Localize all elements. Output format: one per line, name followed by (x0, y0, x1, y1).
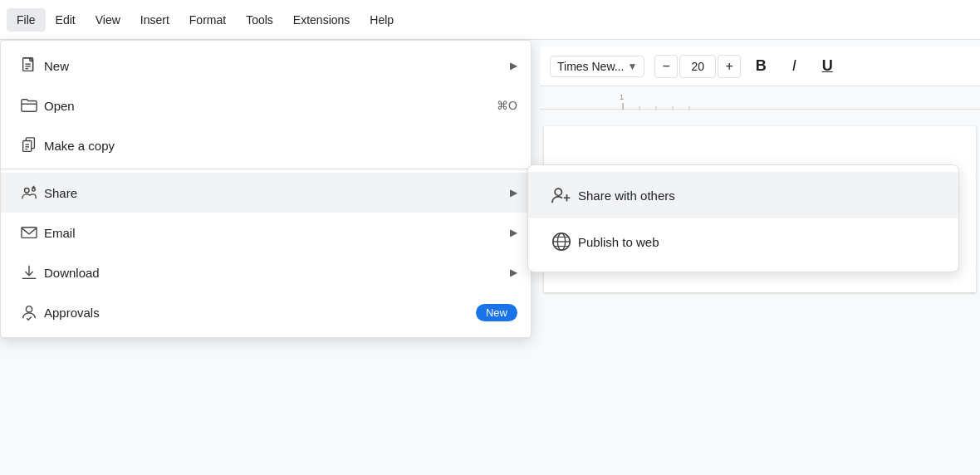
menu-view[interactable]: View (86, 8, 130, 32)
svg-point-26 (555, 189, 561, 195)
toolbar: Times New... ▼ − + B I U (540, 47, 980, 86)
menu-item-make-copy[interactable]: Make a copy (1, 125, 531, 165)
open-label: Open (44, 99, 497, 113)
make-copy-label: Make a copy (44, 139, 517, 153)
share-with-others-label: Share with others (578, 189, 675, 203)
menu-bar: File Edit View Insert Format Tools Exten… (0, 0, 980, 40)
download-icon (14, 263, 44, 282)
menu-format[interactable]: Format (179, 8, 236, 32)
font-size-decrease-button[interactable]: − (654, 55, 678, 78)
menu-item-approvals[interactable]: Approvals New (1, 292, 531, 332)
separator-1 (1, 169, 531, 169)
menu-help[interactable]: Help (360, 8, 404, 32)
share-submenu: Share with others Publish to web (527, 164, 959, 272)
download-arrow-icon: ▶ (510, 267, 517, 278)
svg-rect-22 (22, 228, 37, 238)
italic-button[interactable]: I (781, 53, 807, 80)
new-label: New (44, 59, 503, 73)
menu-item-download[interactable]: Download ▶ (1, 252, 531, 292)
svg-rect-14 (23, 141, 32, 152)
menu-edit[interactable]: Edit (46, 8, 86, 32)
menu-item-email[interactable]: Email ▶ (1, 213, 531, 252)
new-document-icon (14, 56, 44, 75)
menu-file[interactable]: File (7, 8, 46, 32)
font-name-label: Times New... (557, 60, 624, 73)
svg-point-18 (25, 189, 30, 193)
submenu-item-publish-to-web[interactable]: Publish to web (528, 218, 958, 265)
file-dropdown-menu: New ▶ Open ⌘O Make a copy (0, 40, 532, 338)
menu-extensions[interactable]: Extensions (283, 8, 360, 32)
share-arrow-icon: ▶ (510, 187, 517, 198)
share-icon (14, 184, 44, 202)
chevron-down-icon: ▼ (627, 61, 637, 72)
email-arrow-icon: ▶ (510, 227, 517, 238)
svg-point-19 (32, 189, 36, 192)
new-arrow-icon: ▶ (510, 60, 517, 71)
email-icon (14, 225, 44, 240)
publish-to-web-label: Publish to web (578, 235, 659, 249)
menu-insert[interactable]: Insert (130, 8, 179, 32)
approvals-label: Approvals (44, 306, 476, 320)
submenu-item-share-with-others[interactable]: Share with others (528, 172, 958, 218)
open-shortcut: ⌘O (497, 99, 517, 112)
ruler: 1 (540, 86, 980, 110)
font-size-increase-button[interactable]: + (718, 55, 741, 78)
open-folder-icon (14, 97, 44, 114)
approvals-badge: New (476, 304, 517, 321)
copy-icon (14, 136, 44, 154)
download-label: Download (44, 266, 503, 280)
bold-button[interactable]: B (747, 53, 774, 80)
menu-item-share[interactable]: Share ▶ (1, 173, 531, 213)
font-size-input[interactable] (679, 55, 716, 78)
globe-icon (545, 231, 578, 252)
svg-text:1: 1 (620, 93, 624, 101)
menu-item-open[interactable]: Open ⌘O (1, 86, 531, 125)
email-label: Email (44, 226, 503, 240)
approvals-icon (14, 303, 44, 321)
underline-button[interactable]: U (814, 53, 840, 80)
svg-point-25 (26, 306, 32, 312)
menu-item-new[interactable]: New ▶ (1, 46, 531, 86)
menu-tools[interactable]: Tools (236, 8, 283, 32)
person-add-icon (545, 184, 578, 206)
font-name-dropdown[interactable]: Times New... ▼ (550, 56, 644, 77)
font-size-area: − + (654, 55, 741, 78)
share-label: Share (44, 186, 503, 200)
